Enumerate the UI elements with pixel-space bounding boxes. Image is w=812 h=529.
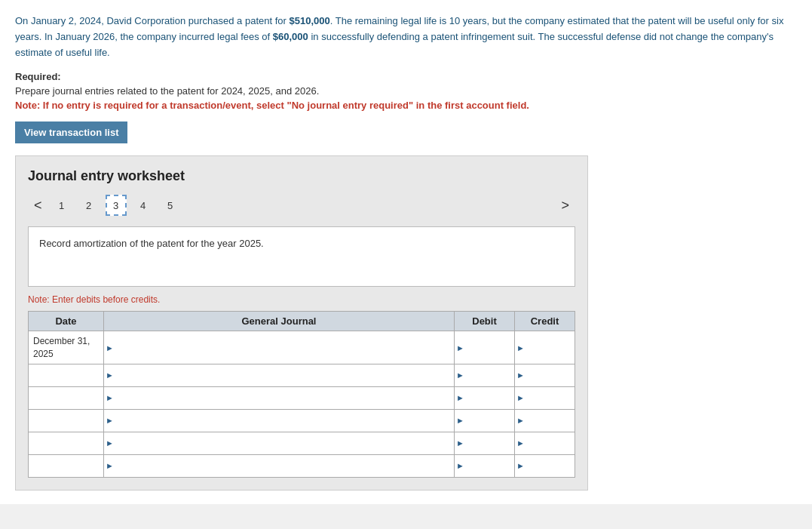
credit-cell-5[interactable]: ► [515, 432, 575, 454]
date-cell-5 [29, 432, 104, 454]
credit-input-6[interactable] [515, 455, 575, 477]
pagination-row: < 1 2 3 4 5 > [28, 195, 575, 216]
note-enter-debits: Note: Enter debits before credits. [28, 294, 575, 305]
journal-input-3[interactable] [104, 387, 454, 409]
record-description-box: Record amortization of the patent for th… [28, 226, 575, 287]
page-4-button[interactable]: 4 [133, 195, 154, 216]
credit-cell-2[interactable]: ► [515, 364, 575, 386]
debit-cell-3[interactable]: ► [455, 386, 515, 409]
debit-input-2[interactable] [455, 364, 514, 386]
table-row: ► ► ► [29, 409, 575, 432]
debit-cell-4[interactable]: ► [455, 409, 515, 432]
journal-cell-6[interactable]: ► [104, 454, 455, 477]
debit-cell-2[interactable]: ► [455, 364, 515, 386]
page-container: On January 2, 2024, David Corporation pu… [0, 0, 812, 504]
debit-cell-1[interactable]: ► [455, 331, 515, 364]
required-description: Prepare journal entries related to the p… [15, 85, 797, 97]
journal-input-5[interactable] [104, 432, 454, 454]
date-cell-4 [29, 409, 104, 432]
view-transaction-button[interactable]: View transaction list [15, 121, 127, 143]
date-cell-2 [29, 364, 104, 386]
credit-input-2[interactable] [515, 364, 575, 386]
page-3-button[interactable]: 3 [106, 195, 127, 216]
worksheet-title: Journal entry worksheet [28, 168, 575, 184]
debit-cell-6[interactable]: ► [455, 454, 515, 477]
date-cell-6 [29, 454, 104, 477]
journal-input-2[interactable] [104, 364, 454, 386]
credit-cell-1[interactable]: ► [515, 331, 575, 364]
debit-input-5[interactable] [455, 432, 514, 454]
header-debit: Debit [455, 312, 515, 331]
journal-input-4[interactable] [104, 410, 454, 432]
journal-table: Date General Journal Debit Credit Decemb… [28, 311, 575, 478]
debit-input-3[interactable] [455, 387, 514, 409]
credit-cell-6[interactable]: ► [515, 454, 575, 477]
debit-input-1[interactable] [455, 331, 514, 364]
credit-input-3[interactable] [515, 387, 575, 409]
credit-cell-3[interactable]: ► [515, 386, 575, 409]
credit-input-4[interactable] [515, 410, 575, 432]
journal-cell-2[interactable]: ► [104, 364, 455, 386]
debit-cell-5[interactable]: ► [455, 432, 515, 454]
journal-cell-4[interactable]: ► [104, 409, 455, 432]
table-row: ► ► ► [29, 454, 575, 477]
header-journal: General Journal [104, 312, 455, 331]
table-header-row: Date General Journal Debit Credit [29, 312, 575, 331]
debit-input-6[interactable] [455, 455, 514, 477]
required-note: Note: If no entry is required for a tran… [15, 100, 797, 111]
pagination-numbers: 1 2 3 4 5 [48, 195, 556, 216]
required-section: Required: Prepare journal entries relate… [15, 71, 797, 111]
journal-input-1[interactable] [104, 331, 454, 364]
prev-page-button[interactable]: < [28, 196, 48, 215]
table-row: ► ► ► [29, 432, 575, 454]
next-page-button[interactable]: > [555, 196, 575, 215]
header-credit: Credit [515, 312, 575, 331]
table-row: ► ► ► [29, 386, 575, 409]
date-cell-1: December 31,2025 [29, 331, 104, 364]
intro-paragraph: On January 2, 2024, David Corporation pu… [15, 14, 797, 60]
credit-input-5[interactable] [515, 432, 575, 454]
page-5-button[interactable]: 5 [160, 195, 181, 216]
table-row: December 31,2025 ► ► ► [29, 331, 575, 364]
table-row: ► ► ► [29, 364, 575, 386]
required-label: Required: [15, 71, 797, 82]
journal-cell-1[interactable]: ► [104, 331, 455, 364]
journal-cell-5[interactable]: ► [104, 432, 455, 454]
credit-cell-4[interactable]: ► [515, 409, 575, 432]
header-date: Date [29, 312, 104, 331]
date-cell-3 [29, 386, 104, 409]
debit-input-4[interactable] [455, 410, 514, 432]
page-2-button[interactable]: 2 [78, 195, 100, 216]
journal-cell-3[interactable]: ► [104, 386, 455, 409]
worksheet-container: Journal entry worksheet < 1 2 3 4 5 > Re… [15, 155, 588, 491]
intro-text-1: On January 2, 2024, David Corporation pu… [15, 15, 783, 58]
date-value-1: December 31,2025 [33, 336, 90, 359]
journal-input-6[interactable] [104, 455, 454, 477]
page-1-button[interactable]: 1 [51, 195, 72, 216]
credit-input-1[interactable] [515, 331, 575, 364]
record-description-text: Record amortization of the patent for th… [39, 238, 264, 249]
